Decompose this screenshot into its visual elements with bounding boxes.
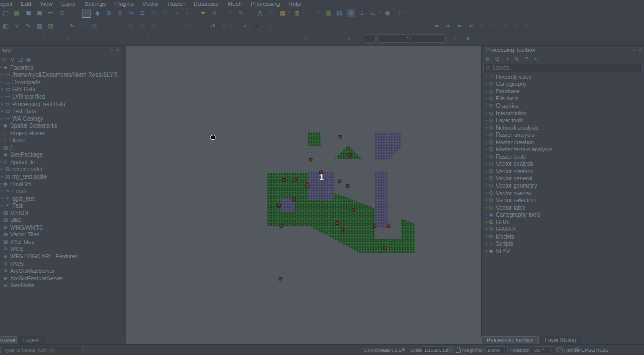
browser-refresh-icon[interactable]: ↻ — [1, 57, 8, 63]
snap-toggle-icon[interactable]: ◦ — [57, 34, 64, 43]
toolbox-item-graphics[interactable]: ▸QGraphics — [482, 102, 643, 109]
plugin-colorful-icon[interactable]: ❖ — [465, 34, 471, 43]
layer-labeling-options-icon[interactable]: ab — [444, 21, 452, 30]
toolbox-float-icon[interactable]: ▫ — [631, 47, 636, 53]
browser-item-qgis-test[interactable]: ▸<qgis_test — [0, 195, 119, 202]
browser-close-icon[interactable]: × — [115, 47, 120, 53]
browser-item-arcgismapserver[interactable]: ⊕ArcGisMapServer — [0, 267, 119, 275]
expand-arrow-icon[interactable]: ▸ — [0, 189, 4, 193]
current-edits-icon[interactable]: ✎ — [68, 21, 76, 30]
browser-item-local[interactable]: ▸<Local — [0, 187, 119, 195]
circle-3p-icon[interactable]: ¬ — [130, 34, 136, 43]
browser-item-gis-data[interactable]: ▸▭GIS Data — [0, 86, 119, 93]
zoom-in-icon[interactable]: ⊕ — [105, 9, 113, 17]
toolbox-item-database[interactable]: ▸QDatabase — [482, 87, 643, 95]
open-attribute-table-icon[interactable]: ▦ — [324, 9, 333, 17]
zoom-native-icon[interactable]: 1:1 — [127, 9, 136, 17]
toolbox-item-vector-analysis[interactable]: ▸QVector analysis — [482, 160, 643, 168]
save-project-icon[interactable]: ▣ — [24, 9, 33, 17]
zoom-to-selection-icon[interactable]: ⊕ — [150, 9, 158, 17]
browser-item-project-home[interactable]: ⌂Project Home — [0, 129, 119, 137]
annotation-dropdown[interactable]: ▾ — [404, 9, 408, 17]
toolbox-item-layer-tools[interactable]: ▸QLayer tools — [482, 116, 643, 124]
browser-item-home-nyall-documents-north-road-slyr[interactable]: ▸▭/home/nyall/Documents/North Road/SLYR — [0, 71, 119, 79]
toolbox-item-raster-analysis[interactable]: ▸QRaster analysis — [482, 131, 643, 138]
add-circular-icon[interactable]: ∘ — [116, 21, 125, 30]
browser-item-wfs-ogc-api-features[interactable]: ⊕WFS / OGC API - Features — [0, 253, 119, 260]
browser-item-geopackage[interactable]: ◆GeoPackage — [0, 151, 119, 159]
coordinate-value[interactable]: -5.04,5.54 — [382, 347, 405, 353]
save-project-as-icon[interactable]: ▣ — [35, 9, 44, 17]
toolbox-item-scripts[interactable]: ▸ƒScripts — [482, 240, 643, 248]
move-label-icon[interactable]: ab — [478, 21, 486, 30]
select-by-value-dropdown[interactable]: ▾ — [302, 9, 306, 17]
pin-labels-icon[interactable]: ab — [455, 21, 464, 30]
new-project-icon[interactable]: ▢ — [2, 9, 10, 17]
expand-arrow-icon[interactable]: ▸ — [0, 80, 4, 84]
toolbox-item-interpolation[interactable]: ▸QInterpolation — [482, 109, 643, 117]
zoom-out-icon[interactable]: ⊖ — [116, 9, 125, 17]
select-features-dropdown[interactable]: ▾ — [287, 9, 291, 17]
cad-parallel-icon[interactable]: ⊥ — [17, 34, 24, 43]
tool-scale-combo[interactable]: ▾ — [377, 34, 409, 43]
browser-float-icon[interactable]: ▫ — [109, 47, 114, 53]
range-select-icon[interactable]: ∠ — [106, 34, 112, 43]
select-features-icon[interactable]: ▦ — [279, 9, 287, 17]
callout-label-icon[interactable]: ab — [523, 21, 531, 30]
toolbox-item-file-tools[interactable]: ▸QFile tools — [482, 95, 643, 102]
lock-scale-icon[interactable] — [456, 349, 461, 353]
toolbox-item-gdal[interactable]: ▸GGDAL — [482, 218, 643, 226]
browser-item-geonode[interactable]: ◉GeoNode — [0, 282, 119, 289]
processing-toolbox-toggle-icon[interactable]: ⊛ — [347, 9, 355, 17]
expand-arrow-icon[interactable]: ▸ — [0, 94, 4, 99]
spinner-arrows-icon[interactable]: ▴▾ — [549, 347, 553, 352]
browser-item-vector-tiles[interactable]: ▦Vector Tiles — [0, 231, 119, 239]
toggle-editing-icon[interactable]: ✎ — [79, 21, 87, 30]
toolbox-item-vector-table[interactable]: ▸QVector table — [482, 204, 643, 211]
browser-item-wms-wmts[interactable]: ⊕WMS/WMTS — [0, 224, 119, 231]
tool-scale-combo-arrow-icon[interactable]: ▾ — [406, 35, 408, 40]
toolbox-close-icon[interactable]: × — [638, 47, 643, 53]
regular-polygon-icon[interactable]: ⌐ — [154, 34, 160, 43]
expand-arrow-icon[interactable]: ▸ — [0, 109, 4, 113]
toolbox-results-icon[interactable]: * — [523, 56, 530, 63]
zoom-full-icon[interactable]: ⊡ — [138, 9, 147, 17]
open-project-icon[interactable]: ▩ — [13, 9, 21, 17]
undo-icon[interactable]: ↺ — [209, 21, 217, 30]
browser-item-ows[interactable]: ⊕OWS — [0, 260, 119, 268]
circle-2p-icon[interactable]: + — [122, 34, 128, 43]
deselect-dropdown[interactable]: ▾ — [316, 9, 320, 17]
browser-item-downloads[interactable]: ▸▭Downloads — [0, 78, 119, 86]
expand-arrow-icon[interactable]: ▸ — [0, 87, 4, 91]
browser-properties-icon[interactable]: ◉ — [25, 57, 32, 63]
browser-item-cccccc-sqlite[interactable]: ▸▤cccccc.sqlite — [0, 166, 119, 173]
rectangle-icon[interactable]: ▸ — [146, 34, 152, 43]
undo-dropdown[interactable]: ▾ — [229, 21, 233, 30]
snap-intersection-icon[interactable]: ∘ — [90, 34, 96, 43]
expand-arrow-icon[interactable]: ▸ — [0, 116, 4, 121]
toolbox-wrench-icon[interactable]: ⚙ — [485, 56, 491, 63]
expand-arrow-icon[interactable]: ▸ — [0, 167, 4, 171]
highlight-labels-icon[interactable]: ab — [466, 21, 475, 30]
paste-features-icon[interactable]: ▭ — [184, 21, 192, 30]
toolbox-item-cartography-tools[interactable]: ▸◈Cartography tools — [482, 211, 643, 218]
globe-tool-icon[interactable]: ● — [346, 34, 353, 43]
browser-filter-icon[interactable]: ∇ — [9, 57, 16, 63]
toolbox-item-vector-creation[interactable]: ▸QVector creation — [482, 167, 643, 175]
browser-item-[interactable]: ▤/ — [0, 144, 119, 151]
expand-arrow-icon[interactable]: ▸ — [0, 196, 4, 201]
magnifier-spinbox[interactable]: 100% ▴▾ — [485, 346, 508, 353]
map-tips-icon[interactable]: ◉ — [384, 9, 392, 17]
deselect-features-icon[interactable]: ▫ — [308, 9, 316, 17]
zoom-to-layer-icon[interactable]: ⊕ — [161, 9, 170, 17]
crs-globe-icon[interactable]: ⊕ — [575, 346, 580, 352]
tab-layers[interactable]: Layers — [18, 336, 45, 344]
zoom-next-icon[interactable]: ► — [184, 9, 192, 17]
ellipse-icon[interactable]: ◦ — [138, 34, 144, 43]
topology-icon[interactable]: ▫ — [82, 34, 88, 43]
browser-item-test[interactable]: ▸<Test — [0, 202, 119, 209]
grid-annotation-icon[interactable]: # — [303, 34, 309, 43]
toolbox-search-input[interactable]: Search... — [483, 64, 643, 72]
crs-value[interactable]: EPSG:4326 — [581, 347, 608, 353]
statistics-summary-icon[interactable]: Σ — [358, 9, 367, 17]
